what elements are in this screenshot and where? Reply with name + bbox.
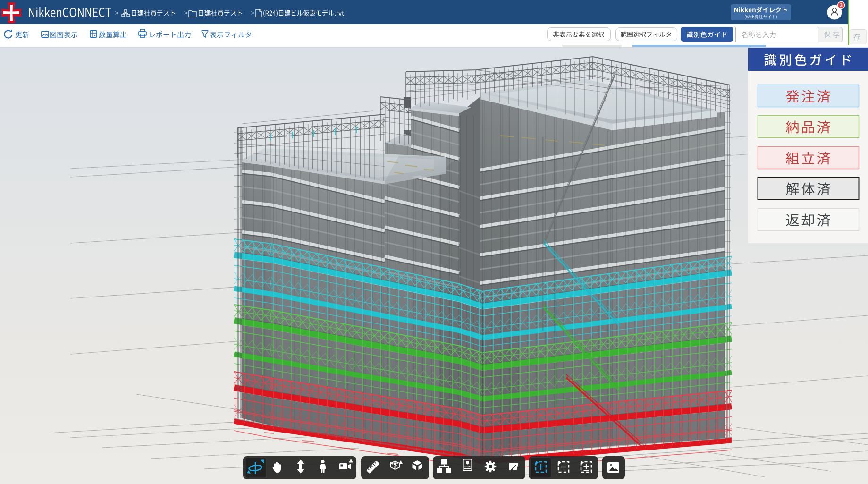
svg-text:3: 3 — [840, 2, 843, 8]
